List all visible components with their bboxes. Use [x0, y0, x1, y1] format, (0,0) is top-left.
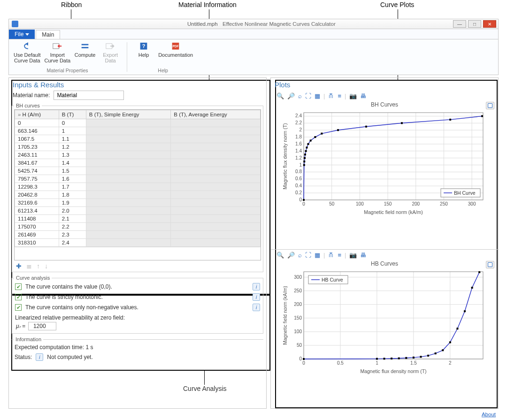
table-row[interactable]: 5425.741.5 [15, 167, 261, 175]
table-cell[interactable]: 61213.4 [15, 207, 59, 215]
snapshot-icon[interactable]: 📷 [349, 92, 357, 99]
table-cell[interactable] [171, 183, 261, 191]
table-row[interactable]: 1114082.1 [15, 215, 261, 223]
table-cell[interactable]: 111408 [15, 215, 59, 223]
snapshot-icon[interactable]: 📷 [349, 252, 357, 259]
table-row[interactable]: 32169.61.9 [15, 199, 261, 207]
table-cell[interactable] [86, 183, 170, 191]
table-cell[interactable]: 2.4 [59, 239, 86, 247]
table-cell[interactable]: 261469 [15, 231, 59, 239]
info-icon[interactable]: i [253, 304, 260, 311]
column-header[interactable]: B (T) [59, 110, 86, 119]
table-row[interactable]: 00 [15, 119, 261, 127]
zoom-extents-icon[interactable]: ⛶ [305, 252, 311, 259]
table-row[interactable]: 1750702.2 [15, 223, 261, 231]
table-cell[interactable] [86, 175, 170, 183]
table-cell[interactable] [86, 151, 170, 159]
bh-data-table[interactable]: » H (A/m)B (T)B (T), Simple EnergyB (T),… [15, 110, 261, 247]
table-cell[interactable]: 1.8 [59, 191, 86, 199]
table-cell[interactable] [86, 135, 170, 143]
zoom-extents-icon[interactable]: ⛶ [305, 92, 311, 99]
minimize-button[interactable]: — [453, 20, 466, 28]
print-icon[interactable]: 🖶 [360, 252, 366, 259]
add-row-icon[interactable]: ✚ [16, 262, 22, 270]
table-cell[interactable]: 32169.6 [15, 199, 59, 207]
log-y-icon[interactable]: ≡ [338, 92, 341, 99]
table-cell[interactable] [171, 143, 261, 151]
close-button[interactable]: ✕ [483, 20, 496, 28]
table-cell[interactable]: 0 [15, 119, 59, 127]
table-cell[interactable]: 1.9 [59, 199, 86, 207]
log-y-icon[interactable]: ≡ [338, 252, 341, 259]
table-cell[interactable] [171, 159, 261, 167]
table-cell[interactable] [86, 191, 170, 199]
table-row[interactable]: 1067.51.1 [15, 135, 261, 143]
table-cell[interactable] [171, 223, 261, 231]
table-cell[interactable]: 318310 [15, 239, 59, 247]
table-cell[interactable] [86, 223, 170, 231]
column-header[interactable]: » H (A/m) [15, 110, 59, 119]
table-row[interactable]: 2463.111.3 [15, 151, 261, 159]
table-cell[interactable] [171, 231, 261, 239]
table-cell[interactable] [86, 215, 170, 223]
table-cell[interactable]: 663.146 [15, 127, 59, 135]
table-cell[interactable] [86, 231, 170, 239]
log-x-icon[interactable]: ⫚ [328, 252, 334, 259]
zoom-out-icon[interactable]: 🔎 [287, 92, 295, 99]
table-cell[interactable]: 2.1 [59, 215, 86, 223]
table-cell[interactable] [171, 135, 261, 143]
table-cell[interactable] [86, 207, 170, 215]
table-row[interactable]: 1705.231.2 [15, 143, 261, 151]
help-button[interactable]: ?Help [131, 41, 156, 67]
documentation-button[interactable]: PDFDocumentation [156, 41, 195, 67]
table-cell[interactable]: 1 [59, 127, 86, 135]
table-cell[interactable]: 7957.75 [15, 175, 59, 183]
reset-icon[interactable]: ▦ [315, 252, 320, 259]
print-icon[interactable]: 🖶 [360, 92, 366, 99]
zoom-in-icon[interactable]: 🔍 [277, 92, 284, 99]
table-cell[interactable] [86, 143, 170, 151]
zoom-box-icon[interactable]: ⌕ [298, 92, 302, 99]
use-default-button[interactable]: Use DefaultCurve Data [12, 41, 42, 67]
table-cell[interactable] [171, 175, 261, 183]
zoom-in-icon[interactable]: 🔍 [277, 252, 284, 259]
table-cell[interactable] [171, 167, 261, 175]
table-cell[interactable] [86, 167, 170, 175]
table-cell[interactable]: 0 [59, 119, 86, 127]
table-cell[interactable]: 175070 [15, 223, 59, 231]
file-tab[interactable]: File [9, 30, 35, 39]
table-cell[interactable] [171, 119, 261, 127]
table-cell[interactable]: 2.0 [59, 207, 86, 215]
import-button[interactable]: ImportCurve Data [42, 41, 72, 67]
table-row[interactable]: 663.1461 [15, 127, 261, 135]
about-link[interactable]: About [482, 412, 496, 417]
table-cell[interactable]: 1.4 [59, 159, 86, 167]
table-row[interactable]: 3183102.4 [15, 239, 261, 247]
table-cell[interactable]: 1.7 [59, 183, 86, 191]
table-cell[interactable]: 5425.74 [15, 167, 59, 175]
table-cell[interactable] [86, 159, 170, 167]
table-cell[interactable]: 2.2 [59, 223, 86, 231]
zoom-out-icon[interactable]: 🔎 [287, 252, 295, 259]
material-name-input[interactable] [54, 91, 124, 100]
table-cell[interactable] [86, 199, 170, 207]
table-cell[interactable] [171, 239, 261, 247]
table-cell[interactable]: 2.3 [59, 231, 86, 239]
column-header[interactable]: B (T), Average Energy [171, 110, 261, 119]
table-cell[interactable]: 1.5 [59, 167, 86, 175]
table-row[interactable]: 7957.751.6 [15, 175, 261, 183]
table-cell[interactable]: 20462.8 [15, 191, 59, 199]
zoom-box-icon[interactable]: ⌕ [298, 252, 302, 259]
reset-icon[interactable]: ▦ [315, 92, 320, 99]
info-icon[interactable]: i [253, 293, 260, 301]
table-cell[interactable] [171, 215, 261, 223]
table-cell[interactable]: 12298.3 [15, 183, 59, 191]
table-cell[interactable]: 1.6 [59, 175, 86, 183]
maximize-button[interactable]: □ [468, 20, 481, 28]
main-tab[interactable]: Main [36, 30, 60, 39]
table-row[interactable]: 20462.81.8 [15, 191, 261, 199]
column-header[interactable]: B (T), Simple Energy [86, 110, 170, 119]
table-cell[interactable]: 1.2 [59, 143, 86, 151]
detach-plot-button[interactable] [486, 261, 494, 268]
table-cell[interactable]: 1067.5 [15, 135, 59, 143]
